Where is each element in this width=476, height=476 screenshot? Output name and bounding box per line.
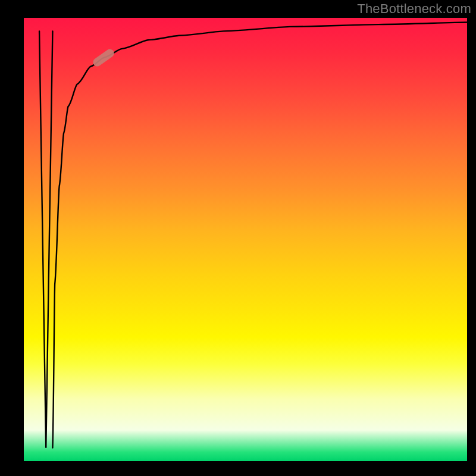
svg-rect-0	[92, 48, 116, 68]
attribution-text: TheBottleneck.com	[357, 1, 471, 17]
plot-frame-bottom	[0, 461, 476, 476]
main-curve	[52, 22, 467, 447]
chart-svg	[24, 18, 467, 461]
spike-curve	[39, 31, 52, 447]
curve-marker	[92, 48, 116, 68]
